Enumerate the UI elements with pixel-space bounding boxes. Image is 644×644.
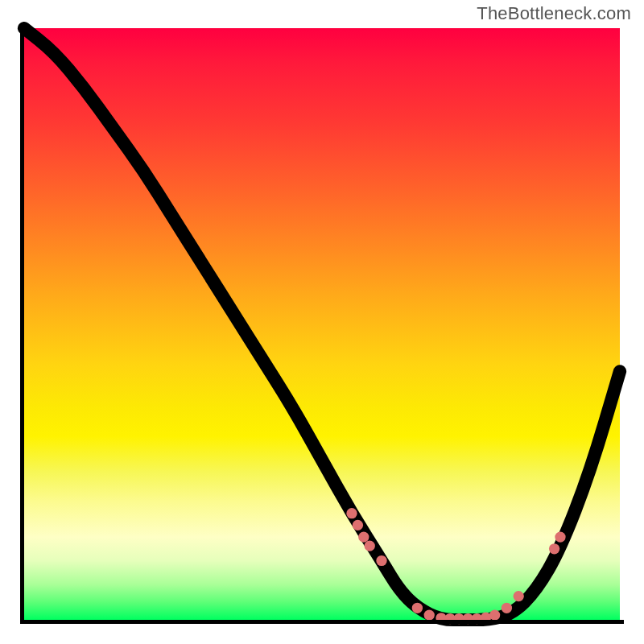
attribution-text: TheBottleneck.com	[477, 3, 631, 24]
chart-root: TheBottleneck.com	[0, 0, 644, 644]
plot-area	[20, 24, 624, 624]
axes-frame	[20, 24, 624, 624]
